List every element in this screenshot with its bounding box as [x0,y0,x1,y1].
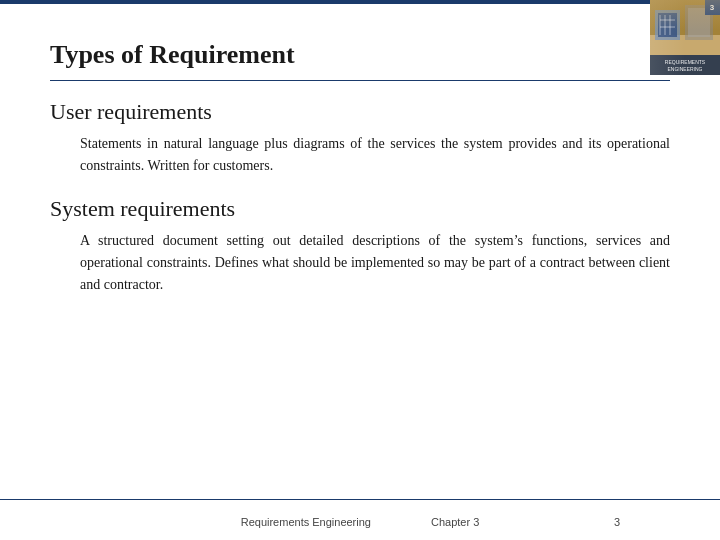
user-requirements-text: Statements in natural language plus diag… [80,133,670,176]
svg-rect-3 [658,13,677,37]
system-requirements-heading: System requirements [50,196,670,222]
section-system-requirements: System requirements A structured documen… [50,196,670,295]
svg-rect-2 [655,10,680,40]
slide-title: Types of Requirement [50,40,670,70]
user-requirements-content-block: Statements in natural language plus diag… [80,133,670,176]
section-user-requirements: User requirements Statements in natural … [50,99,670,176]
user-requirements-heading: User requirements [50,99,670,125]
top-border [0,0,720,4]
footer: Requirements Engineering Chapter 3 3 [50,516,670,528]
svg-rect-5 [688,8,710,37]
footer-page-number: 3 [614,516,620,528]
svg-text:REQUIREMENTS: REQUIREMENTS [665,59,706,65]
system-requirements-text: A structured document setting out detail… [80,230,670,295]
book-cover-svg: REQUIREMENTS ENGINEERING 3 [650,0,720,75]
svg-rect-1 [650,0,720,35]
svg-rect-0 [650,0,720,75]
bottom-border [0,499,720,500]
svg-rect-11 [650,55,720,75]
header-area: Types of Requirement [50,30,670,70]
slide: REQUIREMENTS ENGINEERING 3 Types of Requ… [0,0,720,540]
system-requirements-content-block: A structured document setting out detail… [80,230,670,295]
title-divider [50,80,670,81]
svg-rect-14 [705,0,720,15]
footer-label: Requirements Engineering [241,516,371,528]
svg-text:3: 3 [710,3,715,12]
footer-chapter: Chapter 3 [431,516,479,528]
svg-text:ENGINEERING: ENGINEERING [667,66,702,72]
book-image: REQUIREMENTS ENGINEERING 3 [650,0,720,75]
book-thumbnail: REQUIREMENTS ENGINEERING 3 [650,0,720,75]
svg-rect-4 [685,5,713,40]
